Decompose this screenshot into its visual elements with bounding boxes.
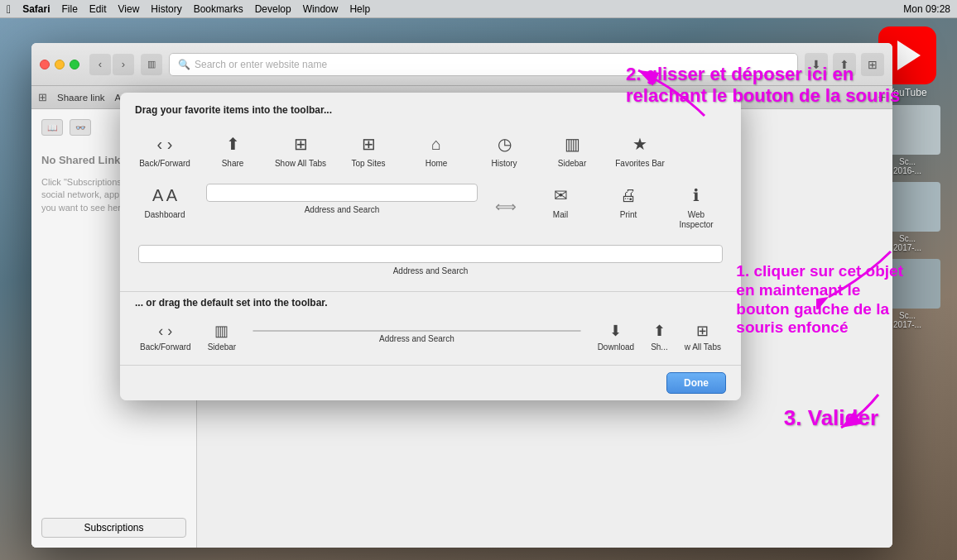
toolbar-item-dashboard[interactable]: A A Dashboard: [135, 179, 195, 235]
address-search-preview: [206, 184, 478, 202]
screenshot-label-1: Sc...2016-...: [893, 157, 921, 175]
menu-window[interactable]: Window: [303, 3, 339, 15]
toolbar-item-share[interactable]: ⬆ Share: [203, 127, 262, 174]
toolbar-item-print[interactable]: 🖨 Print: [599, 179, 658, 235]
backforward-label: Back/Forward: [139, 159, 190, 169]
close-button[interactable]: [40, 60, 50, 69]
toolbar-item-history[interactable]: ◷ History: [474, 127, 534, 174]
traffic-lights: [40, 60, 79, 69]
show-all-tabs-icon: ⊞: [294, 132, 308, 156]
address-search-label: Address and Search: [305, 205, 380, 215]
toolbar-item-address-row2[interactable]: Address and Search: [135, 240, 726, 281]
dialog-items-area: ‹ › Back/Forward ⬆ Share ⊞ Show All Tabs…: [120, 121, 741, 292]
default-backforward[interactable]: ‹ › Back/Forward: [135, 319, 196, 355]
print-label: Print: [620, 210, 637, 220]
default-address[interactable]: Address and Search: [248, 327, 585, 347]
forward-button[interactable]: ›: [113, 54, 134, 75]
web-inspector-icon: ℹ: [693, 184, 700, 207]
desktop: YouTube Sc...2016-... Sc...2017-... Sc..…: [0, 18, 957, 560]
default-share-icon: ⬆: [653, 322, 666, 340]
menu-file[interactable]: File: [61, 3, 77, 15]
default-set-row: ‹ › Back/Forward ▥ Sidebar Address and S…: [120, 314, 741, 365]
toolbar-item-web-inspector[interactable]: ℹ Web Inspector: [666, 179, 726, 235]
bookmarks-grid-icon[interactable]: ⊞: [38, 91, 47, 103]
search-icon: 🔍: [178, 59, 190, 70]
dialog-separator: ... or drag the default set into the too…: [120, 292, 741, 314]
apple-menu[interactable]: : [7, 2, 11, 16]
menubar-clock: Mon 09:28: [903, 3, 950, 15]
toolbar-item-favorites-bar[interactable]: ★ Favorites Bar: [610, 127, 670, 174]
menu-history[interactable]: History: [151, 3, 181, 15]
backforward-icon: ‹ ›: [157, 132, 173, 156]
toolbar-item-show-all-tabs[interactable]: ⊞ Show All Tabs: [271, 127, 330, 174]
back-button[interactable]: ‹: [89, 54, 111, 75]
new-tab-button[interactable]: ⊞: [861, 53, 884, 76]
dialog-header: Drag your favorite items into the toolba…: [120, 93, 741, 121]
share-button[interactable]: ⬆: [833, 53, 856, 76]
toolbar-right-buttons: ⬇ ⬆ ⊞: [805, 53, 884, 76]
menu-help[interactable]: Help: [349, 3, 370, 15]
print-icon: 🖨: [620, 184, 637, 207]
toolbar-item-resize[interactable]: ⟺: [489, 179, 522, 235]
menubar-items: Safari File Edit View History Bookmarks …: [22, 3, 370, 15]
customize-toolbar-dialog: Drag your favorite items into the toolba…: [120, 93, 741, 400]
home-icon: ⌂: [431, 132, 441, 156]
address-preview-row2: [138, 245, 723, 263]
toolbar-item-backforward[interactable]: ‹ › Back/Forward: [135, 127, 195, 174]
menu-safari[interactable]: Safari: [22, 3, 50, 15]
zoom-button[interactable]: [70, 60, 79, 69]
sidebar-icon: ▥: [565, 132, 580, 156]
default-sidebar-icon: ▥: [214, 322, 228, 340]
toolbar-item-sidebar[interactable]: ▥ Sidebar: [542, 127, 602, 174]
top-sites-label: Top Sites: [351, 159, 385, 169]
sidebar-toggle-button[interactable]: ▥: [141, 54, 162, 75]
default-sidebar-label: Sidebar: [208, 342, 236, 352]
subscriptions-button[interactable]: Subscriptions: [41, 518, 186, 538]
dialog-footer: Done: [120, 365, 741, 400]
menu-bookmarks[interactable]: Bookmarks: [194, 3, 243, 15]
default-show-tabs[interactable]: ⊞ w All Tabs: [680, 318, 726, 355]
sidebar-label: Sidebar: [558, 159, 586, 169]
default-share[interactable]: ⬆ Sh...: [646, 318, 673, 355]
nav-buttons: ‹ ›: [89, 54, 134, 75]
address-search-label-row2: Address and Search: [393, 266, 469, 276]
menu-view[interactable]: View: [118, 3, 140, 15]
sidebar-reading-list-icon[interactable]: 👓: [70, 119, 91, 136]
toolbar-item-address-search[interactable]: Address and Search: [203, 179, 481, 235]
address-bar[interactable]: 🔍 Search or enter website name: [169, 53, 798, 76]
bookmark-shaare-link[interactable]: Shaare link: [57, 93, 105, 103]
default-address-preview: [252, 330, 580, 332]
screenshot-label-2: Sc...2017-...: [893, 234, 921, 252]
dashboard-label: Dashboard: [145, 210, 185, 220]
sidebar-bookmarks-icon[interactable]: 📖: [41, 119, 63, 136]
toolbar-item-top-sites[interactable]: ⊞ Top Sites: [339, 127, 398, 174]
history-label: History: [491, 159, 517, 169]
minimize-button[interactable]: [55, 60, 65, 69]
default-show-tabs-icon: ⊞: [696, 322, 709, 340]
top-sites-icon: ⊞: [362, 132, 376, 156]
download-button[interactable]: ⬇: [805, 53, 828, 76]
mail-label: Mail: [553, 210, 568, 220]
toolbar-item-home[interactable]: ⌂ Home: [406, 127, 466, 174]
add-bookmark-button[interactable]: +: [878, 90, 886, 105]
default-address-label: Address and Search: [252, 334, 580, 343]
menu-develop[interactable]: Develop: [255, 3, 291, 15]
share-label: Share: [222, 159, 244, 169]
toolbar-item-mail[interactable]: ✉ Mail: [531, 179, 590, 235]
show-all-tabs-label: Show All Tabs: [275, 159, 326, 169]
default-show-tabs-label: w All Tabs: [685, 342, 721, 352]
youtube-play-icon: [897, 41, 921, 70]
separator-text: ... or drag the default set into the too…: [135, 297, 328, 309]
favorites-bar-icon: ★: [632, 132, 647, 156]
address-placeholder: Search or enter website name: [195, 59, 327, 70]
dashboard-icon: A A: [152, 184, 177, 207]
default-download-icon: ⬇: [609, 322, 622, 340]
resize-handle-icon: ⟺: [495, 198, 517, 216]
menu-edit[interactable]: Edit: [89, 3, 107, 15]
default-download[interactable]: ⬇ Download: [593, 318, 639, 355]
default-sidebar[interactable]: ▥ Sidebar: [203, 318, 241, 355]
done-button[interactable]: Done: [666, 372, 726, 394]
favorites-bar-label: Favorites Bar: [615, 159, 664, 169]
web-inspector-label: Web Inspector: [670, 210, 723, 230]
menubar:  Safari File Edit View History Bookmark…: [0, 0, 957, 18]
